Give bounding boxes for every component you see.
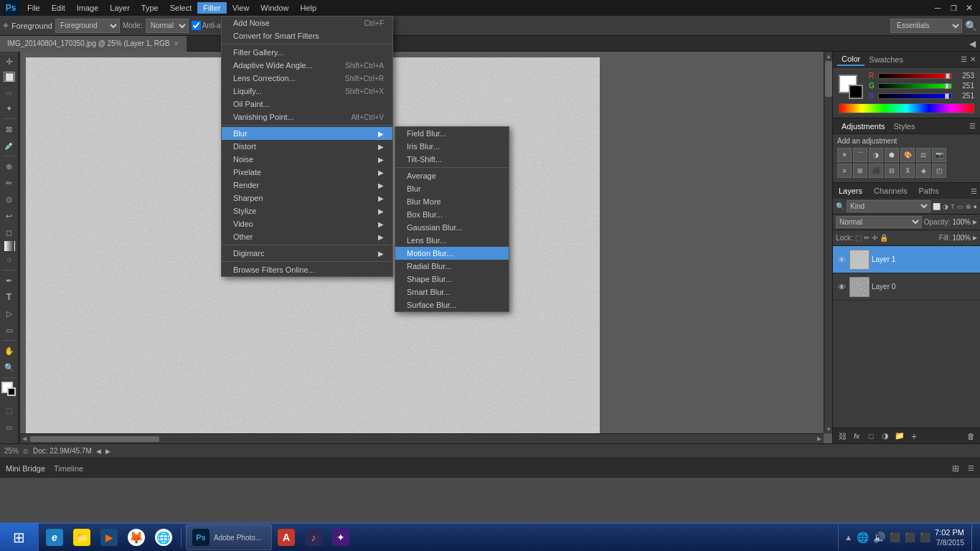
layer-0-visibility[interactable]: 👁 (836, 281, 847, 293)
layer-type-filter[interactable]: Kind (847, 200, 930, 212)
crop-tool[interactable]: ⊠ (1, 121, 17, 137)
filter-other-item[interactable]: Other ▶ (222, 230, 392, 243)
blur-blurmore-item[interactable]: Blur More (395, 195, 509, 208)
foreground-select[interactable]: Foreground (55, 19, 120, 33)
menu-type[interactable]: Type (136, 2, 164, 14)
mini-bridge-tab[interactable]: Mini Bridge (6, 464, 45, 473)
blur-tiltshift-item[interactable]: Tilt-Shift... (395, 153, 509, 166)
panel-menu-btn[interactable]: ☰ (961, 55, 967, 63)
blur-motion-item[interactable]: Motion Blur... (395, 247, 509, 260)
blur-surface-item[interactable]: Surface Blur... (395, 298, 509, 311)
eyedropper-tool[interactable]: 💉 (1, 138, 17, 154)
new-layer-btn[interactable]: + (908, 430, 920, 443)
tray-icon3[interactable]: ⬛ (920, 532, 930, 542)
move-tool[interactable]: ✛ (1, 54, 17, 70)
lock-position-btn[interactable]: ✛ (872, 234, 877, 242)
blur-average-item[interactable]: Average (395, 169, 509, 182)
scroll-right-btn[interactable]: ▶ (105, 448, 110, 455)
minimize-btn[interactable]: ─ (930, 0, 946, 16)
screen-mode-btn[interactable]: ▭ (1, 419, 17, 435)
vscroll-down-btn[interactable]: ▼ (824, 425, 832, 433)
scroll-left-btn[interactable]: ◀ (96, 448, 101, 455)
filter-convert-smart-item[interactable]: Convert for Smart Filters (222, 29, 392, 42)
taskbar-acrobat[interactable]: A (273, 524, 299, 550)
panel-options-btn[interactable]: ⊞ (952, 463, 959, 474)
filter-lens-correction-item[interactable]: Lens Correction... Shift+Ctrl+R (222, 72, 392, 85)
bridge-menu-btn[interactable]: ☰ (968, 464, 974, 472)
doc-close-btn[interactable]: ✕ (174, 40, 179, 47)
hand-tool[interactable]: ✋ (1, 343, 17, 359)
add-group-btn[interactable]: 📁 (893, 430, 906, 443)
threshold-adj-icon[interactable]: ⊼ (900, 164, 915, 178)
tray-icon2[interactable]: ⬛ (905, 532, 915, 542)
healing-tool[interactable]: ⊕ (1, 159, 17, 174)
layer-1-visibility[interactable]: 👁 (836, 254, 847, 265)
add-fx-btn[interactable]: fx (850, 430, 863, 443)
add-mask-btn[interactable]: □ (864, 430, 877, 443)
adj-menu-btn[interactable]: ☰ (969, 122, 976, 130)
color-spectrum-bar[interactable] (839, 103, 974, 113)
menu-window[interactable]: Window (255, 2, 294, 14)
taskbar-audio[interactable]: ♪ (301, 524, 326, 550)
quick-mask-btn[interactable]: ⬚ (1, 402, 17, 418)
add-adjustment-layer-btn[interactable]: ◑ (879, 430, 892, 443)
clock[interactable]: 7:02 PM 7/8/2015 (935, 527, 964, 547)
link-layers-btn[interactable]: ⛓ (836, 430, 849, 443)
filter-adaptive-item[interactable]: Adaptive Wide Angle... Shift+Ctrl+A (222, 59, 392, 72)
invert-adj-icon[interactable]: ⬛ (869, 164, 883, 178)
blur-blur-item[interactable]: Blur (395, 182, 509, 195)
blur-shape-item[interactable]: Shape Blur... (395, 273, 509, 286)
blur-box-item[interactable]: Box Blur... (395, 208, 509, 221)
vscroll-thumb[interactable] (825, 61, 832, 97)
layer-0-row[interactable]: 👁 Layer 0 (833, 273, 980, 301)
horizontal-scrollbar[interactable]: ◀ ▶ (20, 433, 824, 443)
taskbar-app9[interactable]: ✦ (328, 524, 354, 550)
close-btn[interactable]: ✕ (961, 0, 977, 16)
opacity-arrows[interactable]: ▶ (973, 219, 977, 225)
blur-lens-item[interactable]: Lens Blur... (395, 234, 509, 247)
magic-wand-tool[interactable]: ✦ (1, 100, 17, 116)
b-slider[interactable] (878, 93, 952, 99)
panel-collapse-btn[interactable]: ◀ (965, 39, 980, 49)
g-slider[interactable] (878, 83, 952, 89)
filter-oilpaint-item[interactable]: Oil Paint... (222, 98, 392, 110)
curves-adj-icon[interactable]: ⌒ (853, 148, 867, 162)
text-tool[interactable]: T (1, 289, 17, 305)
filter-stylize-item[interactable]: Stylize ▶ (222, 204, 392, 217)
zoom-tool[interactable]: 🔍 (1, 359, 17, 375)
filter-vanishing-item[interactable]: Vanishing Point... Alt+Ctrl+V (222, 110, 392, 123)
close-panel-btn[interactable]: ✕ (970, 55, 976, 63)
swatches-tab[interactable]: Swatches (864, 54, 908, 65)
styles-tab[interactable]: Styles (890, 121, 920, 132)
filter-gallery-item[interactable]: Filter Gallery... (222, 46, 392, 59)
channels-tab[interactable]: Channels (868, 185, 913, 197)
hscroll-thumb[interactable] (30, 436, 159, 442)
smart-filter-icon[interactable]: ⊕ (966, 203, 971, 210)
path-tool[interactable]: ▷ (1, 306, 17, 321)
filter-liquify-item[interactable]: Liquify... Shift+Ctrl+X (222, 85, 392, 98)
filter-digimarc-item[interactable]: Digimarc ▶ (222, 247, 392, 260)
lock-all-btn[interactable]: 🔒 (880, 234, 888, 242)
history-tool[interactable]: ↩ (1, 208, 17, 224)
workspace-select[interactable]: Essentials (890, 19, 962, 33)
start-button[interactable]: ⊞ (0, 523, 39, 551)
brush-tool[interactable]: ✏ (1, 175, 17, 191)
colorbalance-adj-icon[interactable]: ⚖ (916, 148, 930, 162)
restore-btn[interactable]: ❒ (946, 0, 961, 16)
fill-arrows[interactable]: ▶ (973, 235, 977, 241)
dodge-tool[interactable]: ○ (1, 252, 17, 268)
filter-pixelate-item[interactable]: Pixelate ▶ (222, 166, 392, 179)
show-desktop-stripe[interactable] (971, 524, 974, 550)
filter-toggle[interactable]: ● (974, 203, 977, 210)
vertical-scrollbar[interactable]: ▲ ▼ (824, 52, 832, 433)
blur-field-item[interactable]: Field Blur... (395, 127, 509, 140)
menu-view[interactable]: View (227, 2, 255, 14)
blend-mode-select[interactable]: Normal (836, 216, 922, 228)
taskbar-firefox[interactable]: 🦊 (123, 524, 149, 550)
filter-video-item[interactable]: Video ▶ (222, 217, 392, 230)
lasso-tool[interactable]: ⌓ (1, 84, 17, 100)
selectivecolor-adj-icon[interactable]: ◈ (916, 164, 930, 178)
clone-tool[interactable]: ⊙ (1, 192, 17, 207)
gradientmap-adj-icon[interactable]: ◰ (932, 164, 946, 178)
adjustment-filter-icon[interactable]: ◑ (943, 203, 948, 210)
